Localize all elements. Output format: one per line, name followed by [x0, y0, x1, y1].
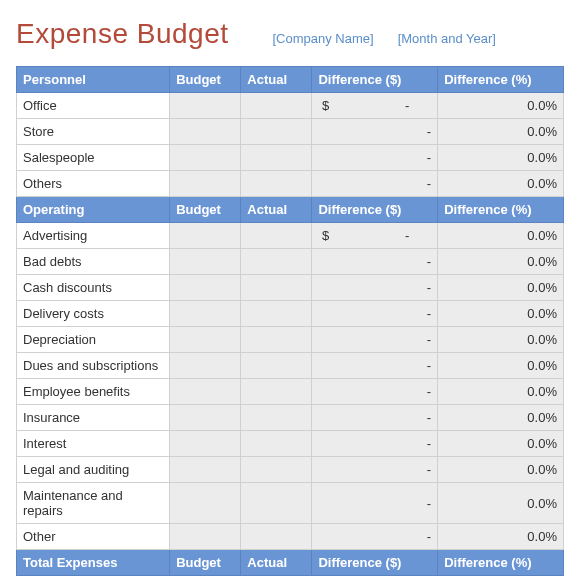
actual-cell[interactable]	[241, 93, 312, 119]
diff-dollar-cell: -	[312, 301, 438, 327]
diff-pct-cell: 0.0%	[438, 171, 564, 197]
budget-cell[interactable]	[170, 379, 241, 405]
actual-cell[interactable]	[241, 301, 312, 327]
diff-pct-cell: 0.0%	[438, 145, 564, 171]
actual-cell[interactable]	[241, 145, 312, 171]
table-row: Advertising $ -0.0%	[17, 223, 564, 249]
row-label: Insurance	[17, 405, 170, 431]
row-label: Cash discounts	[17, 275, 170, 301]
col-actual: Actual	[241, 197, 312, 223]
diff-pct-cell: 0.0%	[438, 93, 564, 119]
diff-pct-cell: 0.0%	[438, 275, 564, 301]
diff-dollar-cell: $ -	[312, 223, 438, 249]
diff-dollar-cell: -	[312, 431, 438, 457]
row-label: Store	[17, 119, 170, 145]
budget-cell[interactable]	[170, 301, 241, 327]
diff-pct-cell: 0.0%	[438, 524, 564, 550]
diff-dollar-cell: -	[312, 275, 438, 301]
budget-cell[interactable]	[170, 457, 241, 483]
diff-pct-cell: 0.0%	[438, 353, 564, 379]
diff-dollar-cell: -	[312, 405, 438, 431]
row-label: Employee benefits	[17, 379, 170, 405]
col-budget: Budget	[170, 67, 241, 93]
col-diff-pct: Difference (%)	[438, 197, 564, 223]
diff-dollar-cell: -	[312, 145, 438, 171]
budget-cell[interactable]	[170, 353, 241, 379]
budget-cell[interactable]	[170, 431, 241, 457]
col-diff-pct: Difference (%)	[438, 550, 564, 576]
row-label: Depreciation	[17, 327, 170, 353]
document-title: Expense Budget	[16, 18, 229, 50]
actual-cell[interactable]	[241, 171, 312, 197]
col-budget: Budget	[170, 197, 241, 223]
budget-cell[interactable]	[170, 327, 241, 353]
budget-cell[interactable]	[170, 405, 241, 431]
col-budget: Budget	[170, 550, 241, 576]
budget-cell[interactable]	[170, 171, 241, 197]
diff-dollar-cell: -	[312, 171, 438, 197]
row-label: Office	[17, 93, 170, 119]
budget-cell[interactable]	[170, 524, 241, 550]
table-row: Other-0.0%	[17, 524, 564, 550]
table-row: Store-0.0%	[17, 119, 564, 145]
table-row: Dues and subscriptions-0.0%	[17, 353, 564, 379]
diff-pct-cell: 0.0%	[438, 249, 564, 275]
diff-pct-cell: 0.0%	[438, 379, 564, 405]
company-name-placeholder[interactable]: [Company Name]	[273, 31, 374, 46]
table-row: Maintenance and repairs-0.0%	[17, 483, 564, 524]
diff-pct-cell: 0.0%	[438, 431, 564, 457]
diff-dollar-cell: -	[312, 457, 438, 483]
row-label: Maintenance and repairs	[17, 483, 170, 524]
actual-cell[interactable]	[241, 119, 312, 145]
actual-cell[interactable]	[241, 457, 312, 483]
actual-cell[interactable]	[241, 405, 312, 431]
actual-cell[interactable]	[241, 249, 312, 275]
col-actual: Actual	[241, 550, 312, 576]
actual-cell[interactable]	[241, 327, 312, 353]
actual-cell[interactable]	[241, 524, 312, 550]
diff-dollar-cell: -	[312, 249, 438, 275]
diff-dollar-cell: -	[312, 353, 438, 379]
budget-cell[interactable]	[170, 93, 241, 119]
month-year-placeholder[interactable]: [Month and Year]	[398, 31, 496, 46]
diff-dollar-cell: -	[312, 483, 438, 524]
row-label: Bad debts	[17, 249, 170, 275]
budget-cell[interactable]	[170, 223, 241, 249]
diff-pct-cell: 0.0%	[438, 119, 564, 145]
row-label: Interest	[17, 431, 170, 457]
diff-pct-cell: 0.0%	[438, 301, 564, 327]
budget-cell[interactable]	[170, 249, 241, 275]
table-row: Insurance-0.0%	[17, 405, 564, 431]
diff-dollar-cell: $ -	[312, 93, 438, 119]
budget-cell[interactable]	[170, 275, 241, 301]
section-name: Total Expenses	[17, 550, 170, 576]
table-row: Cash discounts-0.0%	[17, 275, 564, 301]
diff-pct-cell: 0.0%	[438, 457, 564, 483]
budget-cell[interactable]	[170, 119, 241, 145]
section-name: Personnel	[17, 67, 170, 93]
actual-cell[interactable]	[241, 353, 312, 379]
row-label: Dues and subscriptions	[17, 353, 170, 379]
actual-cell[interactable]	[241, 275, 312, 301]
actual-cell[interactable]	[241, 223, 312, 249]
diff-dollar-cell: -	[312, 327, 438, 353]
expense-table: PersonnelBudgetActualDifference ($)Diffe…	[16, 66, 564, 576]
actual-cell[interactable]	[241, 379, 312, 405]
budget-cell[interactable]	[170, 483, 241, 524]
table-row: Delivery costs-0.0%	[17, 301, 564, 327]
diff-dollar-cell: -	[312, 119, 438, 145]
table-row: Employee benefits-0.0%	[17, 379, 564, 405]
diff-pct-cell: 0.0%	[438, 327, 564, 353]
budget-cell[interactable]	[170, 145, 241, 171]
actual-cell[interactable]	[241, 483, 312, 524]
table-row: Bad debts-0.0%	[17, 249, 564, 275]
col-diff-dollar: Difference ($)	[312, 197, 438, 223]
diff-dollar-cell: -	[312, 524, 438, 550]
document-header: Expense Budget [Company Name] [Month and…	[16, 18, 564, 50]
section-name: Operating	[17, 197, 170, 223]
row-label: Delivery costs	[17, 301, 170, 327]
diff-pct-cell: 0.0%	[438, 483, 564, 524]
table-row: Interest-0.0%	[17, 431, 564, 457]
diff-pct-cell: 0.0%	[438, 405, 564, 431]
actual-cell[interactable]	[241, 431, 312, 457]
